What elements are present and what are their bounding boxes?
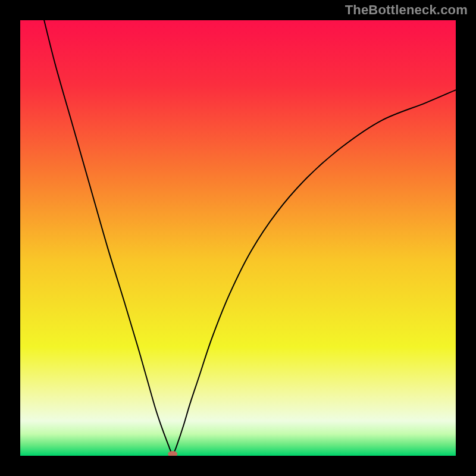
watermark-text: TheBottleneck.com [345,2,468,18]
gradient-background [20,20,456,456]
gradient-chart [20,20,456,456]
chart-frame: TheBottleneck.com [0,0,476,476]
plot-area [20,20,456,456]
